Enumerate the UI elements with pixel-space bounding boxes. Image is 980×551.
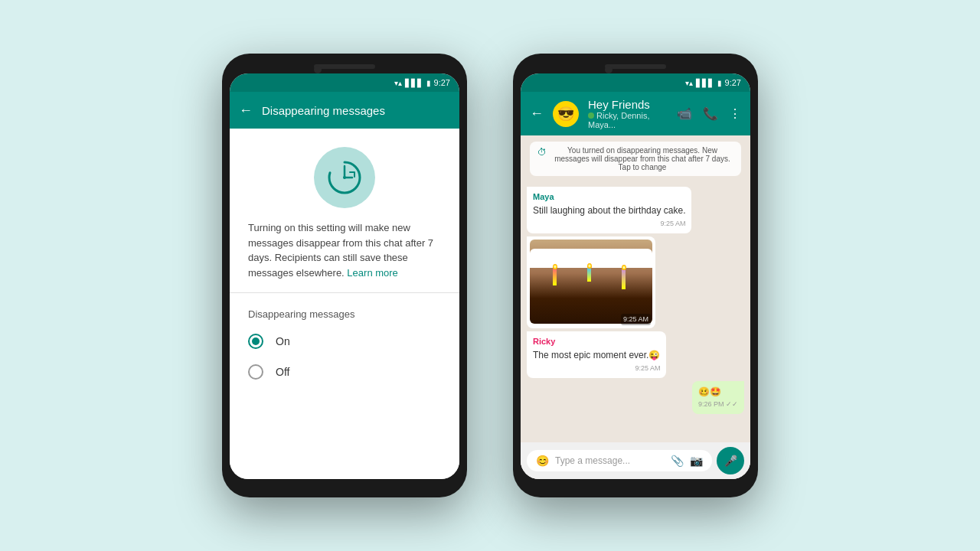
phone-speaker (314, 64, 375, 69)
flame2 (587, 263, 592, 269)
icon-area (230, 129, 459, 220)
back-button-1[interactable]: ← (239, 103, 253, 119)
phone2-speaker (605, 64, 666, 69)
sender-maya: Maya (533, 191, 685, 203)
radio-on-option[interactable]: On (230, 326, 459, 357)
radio-on-outer[interactable] (248, 334, 263, 349)
back-button-2[interactable]: ← (530, 106, 544, 122)
more-options-icon[interactable]: ⋮ (729, 106, 741, 121)
divider (230, 292, 459, 293)
timer-icon (325, 158, 364, 197)
online-dot (588, 112, 594, 119)
message-time-outgoing: 9:26 PM ✓✓ (698, 399, 738, 409)
group-members: Ricky, Dennis, Maya... (588, 111, 668, 129)
voice-call-icon[interactable]: 📞 (703, 106, 718, 121)
system-message-text: You turned on disappearing messages. New… (551, 146, 733, 171)
description-text: Turning on this setting will make new me… (248, 222, 433, 279)
message-text-outgoing: 🥴🤩 (698, 386, 738, 399)
flame3 (622, 265, 626, 270)
message-image: 9:25 AM (527, 236, 655, 328)
status-icons-2: ▾▴ ▋▋▋ ▮ 9:27 (685, 78, 741, 87)
sender-ricky: Ricky (533, 336, 660, 347)
mic-button[interactable]: 🎤 (717, 447, 744, 474)
wifi-icon: ▾▴ (394, 79, 402, 87)
attach-icon[interactable]: 📎 (671, 455, 684, 467)
phone2-screen: ▾▴ ▋▋▋ ▮ 9:27 ← 😎 Hey Friends Ricky, Den… (521, 73, 750, 479)
video-call-icon[interactable]: 📹 (677, 106, 692, 121)
section-title: Disappearing messages (230, 302, 459, 326)
timer-circle (314, 147, 375, 208)
toolbar-text: Hey Friends Ricky, Dennis, Maya... (588, 98, 668, 129)
group-name: Hey Friends (588, 98, 668, 111)
chat-input-bar: 😊 Type a message... 📎 📷 🎤 (521, 442, 750, 479)
radio-on-label: On (276, 335, 290, 347)
phone-camera (314, 66, 322, 73)
mic-icon: 🎤 (724, 455, 737, 467)
radio-off-option[interactable]: Off (230, 357, 459, 387)
avatar-emoji: 😎 (557, 106, 574, 122)
phone2-camera (605, 66, 612, 73)
battery-icon: ▮ (426, 79, 431, 87)
message-maya-text: Maya Still laughing about the birthday c… (527, 187, 691, 233)
chat-toolbar: ← 😎 Hey Friends Ricky, Dennis, Maya... 📹… (521, 92, 750, 135)
message-time-maya: 9:25 AM (533, 219, 685, 229)
members-text: Ricky, Dennis, Maya... (588, 111, 649, 129)
radio-off-outer[interactable] (248, 364, 263, 380)
phone1-screen: ▾▴ ▋▋▋ ▮ 9:27 ← Disappearing messages (230, 73, 459, 479)
status-icons-1: ▾▴ ▋▋▋ ▮ 9:27 (394, 78, 450, 87)
image-time: 9:25 AM (621, 314, 651, 324)
wifi-icon-2: ▾▴ (685, 79, 693, 87)
cake-image-container: 9:25 AM (530, 240, 652, 324)
message-outgoing: 🥴🤩 9:26 PM ✓✓ (692, 381, 744, 414)
message-ricky: Ricky The most epic moment ever.😜 9:25 A… (527, 331, 666, 378)
timer-system-icon: ⏱ (537, 147, 547, 158)
message-input-field[interactable]: 😊 Type a message... 📎 📷 (527, 450, 712, 471)
chat-area: ⏱ You turned on disappearing messages. N… (521, 135, 750, 479)
chat-actions: 📹 📞 ⋮ (677, 106, 741, 121)
camera-icon[interactable]: 📷 (690, 455, 703, 467)
group-avatar: 😎 (553, 101, 579, 127)
battery-icon-2: ▮ (717, 79, 722, 87)
status-bar-1: ▾▴ ▋▋▋ ▮ 9:27 (230, 73, 459, 92)
chat-messages: Maya Still laughing about the birthday c… (521, 182, 750, 442)
candle1 (553, 269, 557, 285)
cake-visual (530, 240, 652, 324)
learn-more-link[interactable]: Learn more (347, 267, 397, 279)
message-text-ricky: The most epic moment ever.😜 (533, 349, 660, 362)
phones-container: ▾▴ ▋▋▋ ▮ 9:27 ← Disappearing messages (222, 54, 758, 497)
time-2: 9:27 (725, 78, 741, 87)
signal-icon-2: ▋▋▋ (696, 79, 714, 87)
signal-icon: ▋▋▋ (405, 79, 423, 87)
phone-chat: ▾▴ ▋▋▋ ▮ 9:27 ← 😎 Hey Friends Ricky, Den… (513, 54, 758, 497)
message-text-maya: Still laughing about the birthday cake. (533, 204, 685, 217)
settings-content: Turning on this setting will make new me… (230, 129, 459, 479)
input-placeholder-text: Type a message... (555, 455, 665, 466)
flame1 (553, 264, 557, 269)
message-time-ricky: 9:25 AM (533, 364, 660, 373)
phone-settings: ▾▴ ▋▋▋ ▮ 9:27 ← Disappearing messages (222, 54, 467, 497)
status-bar-2: ▾▴ ▋▋▋ ▮ 9:27 (521, 73, 750, 92)
candle2 (587, 268, 591, 282)
time-1: 9:27 (434, 78, 450, 87)
radio-on-inner (252, 337, 260, 345)
system-message[interactable]: ⏱ You turned on disappearing messages. N… (530, 142, 741, 176)
settings-title: Disappearing messages (262, 104, 450, 117)
emoji-icon[interactable]: 😊 (536, 455, 549, 467)
settings-description: Turning on this setting will make new me… (230, 220, 459, 292)
radio-off-label: Off (276, 366, 289, 378)
candle3 (622, 269, 626, 289)
settings-toolbar: ← Disappearing messages (230, 92, 459, 129)
